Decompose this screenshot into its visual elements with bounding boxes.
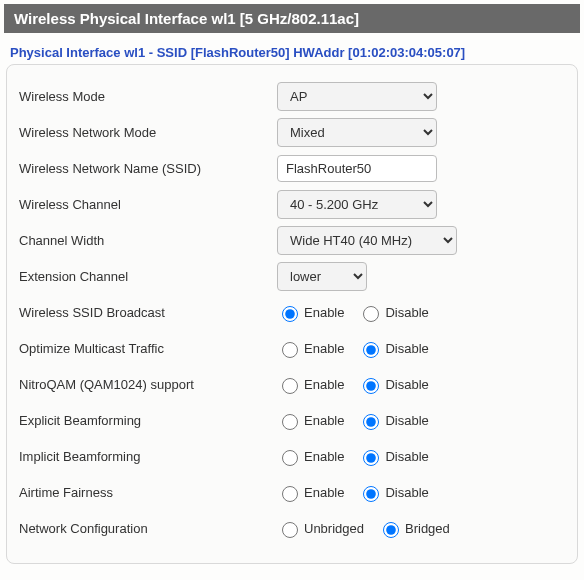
row-netconfig: Network Configuration Unbridged Bridged [15, 513, 569, 543]
radio-ssid-broadcast-enable-label[interactable]: Enable [277, 303, 344, 322]
radio-nitroqam-disable-label[interactable]: Disable [358, 375, 428, 394]
select-wireless-network-mode[interactable]: Mixed [277, 118, 437, 147]
radio-airtime-enable[interactable] [282, 486, 298, 502]
radio-netconfig-bridged[interactable] [383, 522, 399, 538]
radio-multicast-enable-label[interactable]: Enable [277, 339, 344, 358]
row-implicit-bf: Implicit Beamforming Enable Disable [15, 441, 569, 471]
row-explicit-bf: Explicit Beamforming Enable Disable [15, 405, 569, 435]
input-ssid[interactable] [277, 155, 437, 182]
select-channel-width[interactable]: Wide HT40 (40 MHz) [277, 226, 457, 255]
row-ext-channel: Extension Channel lower [15, 261, 569, 291]
row-multicast: Optimize Multicast Traffic Enable Disabl… [15, 333, 569, 363]
row-channel: Wireless Channel 40 - 5.200 GHz [15, 189, 569, 219]
radio-implicit-bf-disable-label[interactable]: Disable [358, 447, 428, 466]
label-multicast: Optimize Multicast Traffic [15, 341, 277, 356]
radio-ssid-broadcast-disable[interactable] [363, 306, 379, 322]
label-implicit-bf: Implicit Beamforming [15, 449, 277, 464]
radio-explicit-bf-disable-label[interactable]: Disable [358, 411, 428, 430]
radio-explicit-bf-enable-label[interactable]: Enable [277, 411, 344, 430]
radio-ssid-broadcast-enable[interactable] [282, 306, 298, 322]
radio-ssid-broadcast-disable-label[interactable]: Disable [358, 303, 428, 322]
radio-netconfig-bridged-label[interactable]: Bridged [378, 519, 450, 538]
section-title: Wireless Physical Interface wl1 [5 GHz/8… [14, 10, 359, 27]
row-channel-width: Channel Width Wide HT40 (40 MHz) [15, 225, 569, 255]
select-channel[interactable]: 40 - 5.200 GHz [277, 190, 437, 219]
label-channel: Wireless Channel [15, 197, 277, 212]
label-channel-width: Channel Width [15, 233, 277, 248]
radio-airtime-enable-label[interactable]: Enable [277, 483, 344, 502]
label-nitroqam: NitroQAM (QAM1024) support [15, 377, 277, 392]
radio-netconfig-unbridged-label[interactable]: Unbridged [277, 519, 364, 538]
interface-subheader: Physical Interface wl1 - SSID [FlashRout… [0, 37, 584, 64]
select-ext-channel[interactable]: lower [277, 262, 367, 291]
row-ssid-broadcast: Wireless SSID Broadcast Enable Disable [15, 297, 569, 327]
settings-panel: Wireless Mode AP Wireless Network Mode M… [6, 64, 578, 564]
radio-multicast-enable[interactable] [282, 342, 298, 358]
label-airtime: Airtime Fairness [15, 485, 277, 500]
radio-implicit-bf-enable-label[interactable]: Enable [277, 447, 344, 466]
label-ssid-broadcast: Wireless SSID Broadcast [15, 305, 277, 320]
select-wireless-mode[interactable]: AP [277, 82, 437, 111]
radio-airtime-disable[interactable] [363, 486, 379, 502]
radio-explicit-bf-enable[interactable] [282, 414, 298, 430]
radio-nitroqam-enable-label[interactable]: Enable [277, 375, 344, 394]
radio-explicit-bf-disable[interactable] [363, 414, 379, 430]
label-wireless-mode: Wireless Mode [15, 89, 277, 104]
row-ssid: Wireless Network Name (SSID) [15, 153, 569, 183]
radio-implicit-bf-enable[interactable] [282, 450, 298, 466]
section-header: Wireless Physical Interface wl1 [5 GHz/8… [4, 4, 580, 33]
radio-netconfig-unbridged[interactable] [282, 522, 298, 538]
label-ext-channel: Extension Channel [15, 269, 277, 284]
subheader-suffix: ] [461, 45, 465, 60]
label-ssid: Wireless Network Name (SSID) [15, 161, 277, 176]
label-netconfig: Network Configuration [15, 521, 277, 536]
subheader-mid: ] HWAddr [ [285, 45, 352, 60]
row-nitroqam: NitroQAM (QAM1024) support Enable Disabl… [15, 369, 569, 399]
radio-nitroqam-enable[interactable] [282, 378, 298, 394]
radio-multicast-disable[interactable] [363, 342, 379, 358]
subheader-hwaddr: 01:02:03:04:05:07 [352, 45, 460, 60]
radio-multicast-disable-label[interactable]: Disable [358, 339, 428, 358]
radio-implicit-bf-disable[interactable] [363, 450, 379, 466]
subheader-ssid: FlashRouter50 [195, 45, 285, 60]
radio-nitroqam-disable[interactable] [363, 378, 379, 394]
subheader-prefix: Physical Interface wl1 - SSID [ [10, 45, 195, 60]
label-explicit-bf: Explicit Beamforming [15, 413, 277, 428]
row-airtime: Airtime Fairness Enable Disable [15, 477, 569, 507]
row-wireless-mode: Wireless Mode AP [15, 81, 569, 111]
label-wireless-network-mode: Wireless Network Mode [15, 125, 277, 140]
radio-airtime-disable-label[interactable]: Disable [358, 483, 428, 502]
row-wireless-network-mode: Wireless Network Mode Mixed [15, 117, 569, 147]
